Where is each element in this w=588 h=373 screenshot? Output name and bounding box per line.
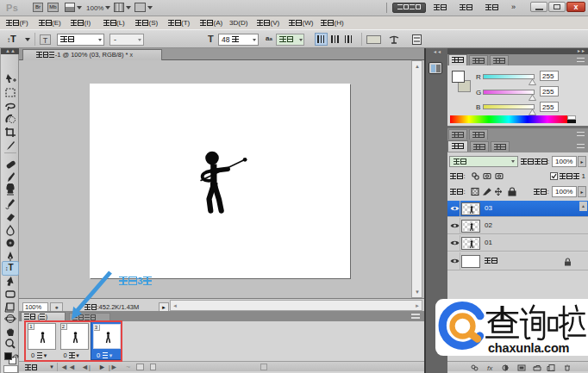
svg-text:fx: fx: [487, 364, 493, 371]
